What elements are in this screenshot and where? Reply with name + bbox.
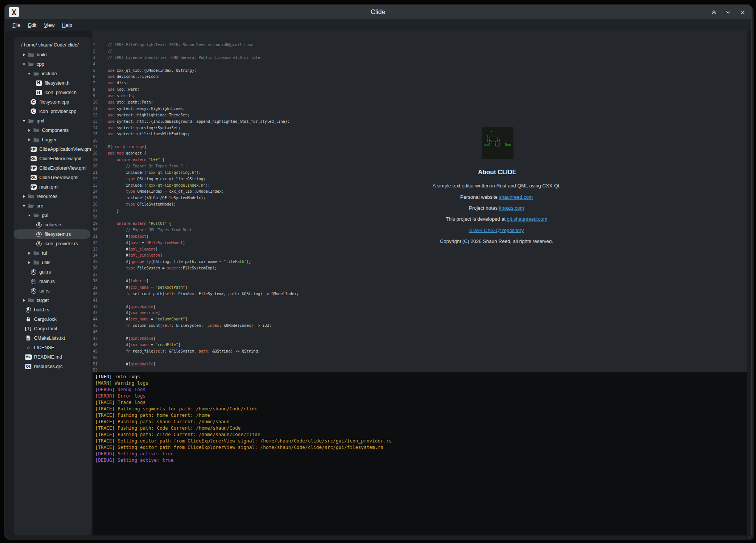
tree-item-cargo-lock[interactable]: Cargo.lock — [14, 314, 91, 324]
code-lines: // SPDX-FileCopyrightText: 2026, Shaun R… — [108, 42, 299, 372]
code-line: include!("cxx-qt-lib/qstring.h"); — [108, 170, 299, 176]
tree-item-qml[interactable]: qml — [14, 116, 91, 125]
tree-item-clideexplorerview-qml[interactable]: QtClideExplorerView.qml — [14, 163, 91, 173]
link-kdab-cxx-qt-repository[interactable]: KDAB CXX-Qt repository — [469, 227, 524, 233]
tree-item-tui-rs[interactable]: Rtui.rs — [14, 286, 91, 295]
code-line: use cxx_qt_lib::{QModelIndex, QString}; — [108, 68, 299, 74]
code-line: include!("cxx-qt-lib/qmodelindex.h"); — [108, 183, 299, 189]
code-editor[interactable]: 1234567891011121314151617181920212223242… — [92, 31, 747, 372]
chevron-down-icon[interactable] — [26, 72, 32, 76]
tree-item-clideapplicationview-qml[interactable]: QtClideApplicationView.qml — [14, 144, 91, 154]
chevron-right-icon[interactable] — [26, 128, 32, 132]
tree-item-icon-provider-cpp[interactable]: Cicon_provider.cpp — [14, 107, 91, 116]
qt-file-icon: Qt — [30, 175, 37, 180]
maximize-button[interactable] — [710, 9, 717, 15]
tree-item-main-qml[interactable]: Qtmain.qml — [14, 182, 91, 192]
tree-item-main-rs[interactable]: Rmain.rs — [14, 277, 91, 286]
link-git-shaunreed-com[interactable]: git.shaunreed.com — [507, 216, 547, 222]
h-file-icon: H — [35, 90, 42, 95]
rust-file-icon: R — [35, 241, 42, 246]
tree-item-build[interactable]: build — [14, 50, 91, 59]
code-line — [108, 329, 299, 336]
close-button[interactable] — [739, 9, 746, 15]
tree-item-cargo-toml[interactable]: [T]Cargo.toml — [14, 324, 91, 333]
tree-item-src[interactable]: src — [14, 201, 91, 210]
tree-item-label: filesystem.rs — [45, 232, 71, 237]
line-number: 38 — [93, 278, 97, 285]
code-line: // SPDX-License-Identifier: GNU General … — [108, 55, 299, 61]
tree-item-colors-rs[interactable]: Rcolors.rs — [14, 220, 91, 229]
chevron-down-icon[interactable] — [26, 213, 32, 217]
link-knoats-com[interactable]: knoats.com — [499, 205, 524, 211]
code-line: type FileSystem = super::FileSystemImpl; — [108, 265, 299, 272]
log-panel[interactable]: [INFO] Info logs[WARN] Warning logs[DEBU… — [93, 372, 747, 535]
chevron-right-icon[interactable] — [26, 261, 32, 265]
tree-item-utils[interactable]: utils — [14, 258, 91, 267]
link-shaunreed-com[interactable]: shaunreed.com — [499, 194, 533, 200]
title-bar[interactable]: Clide — [5, 5, 751, 20]
line-number: 39 — [93, 285, 97, 291]
tree-item-clidetreeview-qml[interactable]: QtClideTreeView.qml — [14, 173, 91, 182]
chevron-down-icon[interactable] — [21, 204, 27, 208]
c-file-icon: C — [30, 108, 37, 114]
code-line: fn set_root_path(self: Pin<&mut FileSyst… — [108, 291, 299, 297]
tree-item-icon-provider-rs[interactable]: Ricon_provider.rs — [14, 239, 91, 248]
tree-item-icon-provider-h[interactable]: Hicon_provider.h — [14, 88, 91, 97]
about-line: Copyright (C) 2026 Shaun Reed, all right… — [403, 236, 592, 247]
chevron-right-icon[interactable] — [21, 53, 27, 57]
tree-item-gui[interactable]: gui — [14, 210, 91, 220]
tree-item-resources[interactable]: resources — [14, 192, 91, 201]
menu-item-view[interactable]: View — [40, 21, 58, 29]
line-number: 9 — [93, 93, 97, 99]
chevron-down-icon[interactable] — [21, 119, 27, 123]
line-number: 8 — [93, 87, 97, 93]
rust-file-icon: R — [25, 307, 32, 312]
tree-item-target[interactable]: target — [14, 295, 91, 305]
tree-item-label: utils — [42, 260, 50, 265]
tree-item-label: Logger — [42, 137, 57, 142]
line-number: 51 — [93, 361, 97, 368]
code-line: use syntect::html::{IncludeBackground, a… — [108, 119, 299, 125]
line-number: 24 — [93, 189, 97, 195]
line-number: 49 — [93, 348, 97, 355]
minimize-button[interactable] — [725, 9, 731, 15]
tree-item-filesystem-h[interactable]: Hfilesystem.h — [14, 78, 91, 88]
line-number: 12 — [93, 112, 97, 119]
chevron-down-icon[interactable] — [21, 62, 27, 66]
tree-item-gui-rs[interactable]: Rgui.rs — [14, 267, 91, 277]
tree-item-label: include — [42, 71, 57, 76]
tree-item-label: build.rs — [34, 307, 49, 312]
rust-file-icon: R — [30, 269, 37, 275]
code-line: #[qml_element] — [108, 246, 299, 253]
tree-item-filesystem-cpp[interactable]: Cfilesystem.cpp — [14, 97, 91, 107]
line-number: 43 — [93, 310, 97, 316]
line-number: 33 — [93, 246, 97, 253]
line-number: 19 — [93, 157, 97, 163]
line-number: 1 — [93, 42, 97, 48]
tree-item-cpp[interactable]: cpp — [14, 59, 91, 69]
tree-item-license[interactable]: ☆LICENSE — [14, 343, 91, 352]
chevron-right-icon[interactable] — [26, 138, 32, 142]
tree-item-filesystem-rs[interactable]: Rfilesystem.rs — [14, 229, 90, 239]
menu-item-help[interactable]: Help — [58, 21, 76, 29]
line-number: 28 — [93, 214, 97, 221]
tree-item-cmakelists-txt[interactable]: CMakeLists.txt — [14, 333, 91, 343]
tree-item-components[interactable]: Components — [14, 125, 91, 135]
tree-item-tui[interactable]: tui — [14, 248, 91, 258]
tree-item-logger[interactable]: Logger — [14, 135, 91, 144]
chevron-right-icon[interactable] — [26, 251, 32, 255]
menu-item-file[interactable]: File — [9, 21, 24, 29]
chevron-right-icon[interactable] — [21, 299, 27, 302]
chevron-right-icon[interactable] — [21, 195, 27, 198]
tree-item-readme-md[interactable]: M↓README.md — [14, 352, 91, 362]
tree-item-include[interactable]: include — [14, 69, 91, 78]
tree-item-clideeditorview-qml[interactable]: QtClideEditorView.qml — [14, 154, 91, 163]
folder-icon — [32, 137, 40, 142]
code-line: fn read_file(self: &FileSystem, path: &Q… — [108, 348, 299, 355]
tree-item-build-rs[interactable]: Rbuild.rs — [14, 305, 91, 314]
menu-item-edit[interactable]: Edit — [24, 21, 40, 29]
tree-item-label: cpp — [37, 62, 44, 67]
tree-item-resources-qrc[interactable]: Qtresources.qrc — [14, 362, 91, 371]
line-number-gutter: 1234567891011121314151617181920212223242… — [93, 42, 97, 372]
tree-item-label: LICENSE — [34, 345, 54, 350]
